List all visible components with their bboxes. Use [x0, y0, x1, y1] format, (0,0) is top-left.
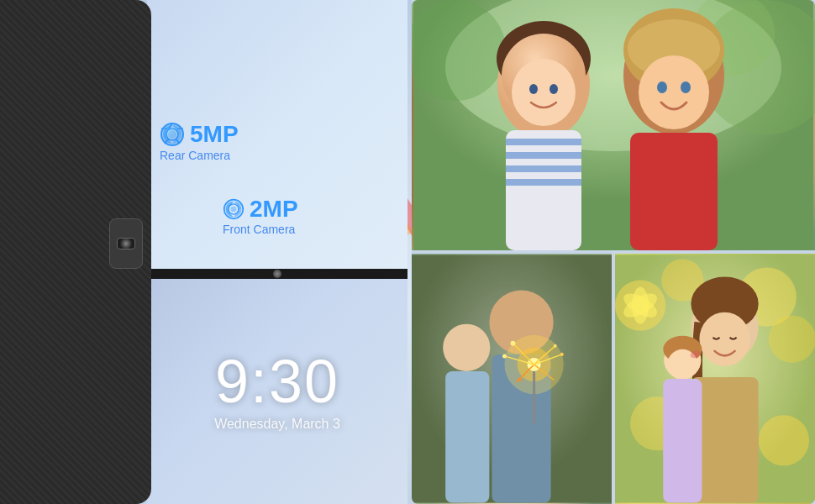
- svg-rect-73: [663, 379, 702, 503]
- main-container: 9:30 Wednesday, March 3: [0, 0, 815, 504]
- clock-display: 9:30 Wednesday, March 3: [214, 351, 340, 432]
- svg-rect-34: [630, 133, 718, 250]
- tablet-screen: 9:30 Wednesday, March 3: [147, 0, 408, 504]
- svg-rect-26: [506, 165, 581, 172]
- svg-point-60: [769, 316, 815, 363]
- photo-flowers: [615, 254, 815, 504]
- svg-point-65: [632, 287, 649, 324]
- rear-camera-annotation: 5MP Rear Camera: [160, 122, 239, 162]
- photo-selfie: [412, 0, 815, 250]
- svg-point-53: [502, 354, 507, 358]
- clock-time: 9:30: [214, 351, 340, 412]
- front-camera-label: Front Camera: [223, 223, 295, 236]
- svg-rect-23: [506, 130, 581, 250]
- svg-point-32: [657, 81, 667, 93]
- svg-rect-24: [506, 139, 581, 145]
- photo-sparkler-illustration: [412, 254, 612, 504]
- svg-point-51: [510, 341, 515, 346]
- tablet-section: 9:30 Wednesday, March 3: [0, 0, 412, 504]
- rear-camera-label: Rear Camera: [160, 149, 230, 162]
- screen-divider: [147, 269, 408, 279]
- photo-flowers-illustration: [615, 254, 815, 504]
- svg-rect-40: [445, 371, 489, 503]
- svg-point-55: [518, 378, 522, 381]
- front-camera-mp: 2MP: [250, 197, 298, 221]
- svg-point-11: [231, 207, 237, 213]
- rear-camera-module: [109, 218, 143, 269]
- rear-camera-mp: 5MP: [190, 123, 239, 146]
- rear-camera-icon: [160, 122, 185, 147]
- front-camera-icon: [223, 198, 244, 220]
- svg-point-68: [699, 312, 749, 366]
- svg-point-31: [639, 55, 709, 129]
- photo-grid: [412, 0, 815, 504]
- svg-point-33: [681, 81, 691, 93]
- svg-point-21: [529, 84, 538, 94]
- svg-point-39: [443, 324, 490, 371]
- screen-bottom: 9:30 Wednesday, March 3: [147, 279, 408, 504]
- front-camera-annotation: 2MP Front Camera: [223, 197, 298, 236]
- front-camera-dot: [273, 270, 281, 278]
- svg-point-54: [560, 353, 564, 356]
- svg-rect-25: [506, 152, 581, 159]
- svg-point-62: [759, 415, 809, 465]
- photo-bottom-row: [412, 254, 815, 504]
- svg-point-20: [512, 59, 576, 126]
- photo-selfie-illustration: [412, 0, 815, 250]
- svg-point-52: [554, 344, 557, 348]
- svg-point-22: [549, 84, 558, 94]
- photo-sparkler: [412, 254, 612, 504]
- camera-lens: [117, 238, 135, 249]
- svg-rect-27: [506, 179, 581, 186]
- clock-date: Wednesday, March 3: [214, 417, 340, 432]
